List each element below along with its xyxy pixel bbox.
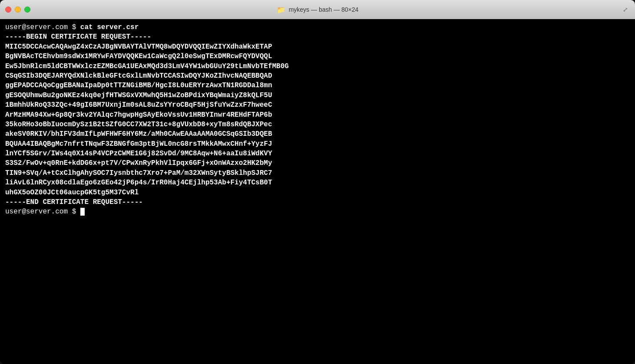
resize-icon: ⤢ — [623, 6, 628, 13]
csr-line-9: 35koRHo3oBbIuocmDySz1B2tSZfG0CC7XW2T31c+… — [5, 120, 630, 129]
traffic-lights — [5, 7, 30, 13]
csr-begin: -----BEGIN CERTIFICATE REQUEST----- — [5, 32, 630, 42]
prompt: user@server.com $ — [5, 23, 80, 31]
csr-end: -----END CERTIFICATE REQUEST----- — [5, 197, 630, 207]
terminal-window: 📁 mykeys — bash — 80×24 ⤢ user@server.co… — [0, 0, 635, 364]
window-title: 📁 mykeys — bash — 80×24 — [277, 6, 359, 14]
csr-line-7: 1BmhhUkRoQ33ZQc+49gI6BM7UxnjIm0sAL8uZsYY… — [5, 100, 630, 110]
csr-line-3: Ew5JbnRlcm5ldCBTWWxlczEZMBcGA1UEAxMQd3d3… — [5, 62, 630, 71]
csr-line-14: TIN9+SVq/A+tCxClhgAhySOC7Iysnbthc7Xro7+P… — [5, 168, 630, 178]
csr-line-6: gESOQUhmwBu2goNKEz4kq0ejfHTWSGxVXMwhQ5H1… — [5, 91, 630, 100]
csr-line-1: MIIC5DCCAcwCAQAwgZ4xCzAJBgNVBAYTAlVTMQ8w… — [5, 42, 630, 52]
command-line: user@server.com $ cat server.csr — [5, 23, 630, 32]
title-bar: 📁 mykeys — bash — 80×24 ⤢ — [0, 0, 635, 19]
csr-line-16: uhGX5oOZ00JCt06aucpGK5tg5M37CvRl — [5, 188, 630, 197]
csr-line-4: CSqGSIb3DQEJARYQdXNlckBleGFtcGxlLmNvbTCC… — [5, 71, 630, 81]
csr-line-13: S3S2/FwOv+q0RnE+kdDG6x+pt7V/CPwXnRyPkhVl… — [5, 158, 630, 168]
csr-line-8: ArMzHMA94Xw+Gp8Qr3kv2YAlqc7hgwpHgSAyEkoV… — [5, 110, 630, 120]
minimize-button[interactable] — [15, 7, 21, 13]
prompt-2: user@server.com $ — [5, 208, 80, 216]
folder-icon: 📁 — [277, 6, 285, 14]
csr-line-10: akeSV0RKIV/bhIFV3dmIfLpWFHWF6HY6Mz/aMh0C… — [5, 129, 630, 139]
csr-line-15: liAvL6lnRCyx08cdlaEgo6zGEo42jP6p4s/IrR0H… — [5, 178, 630, 187]
csr-line-5: ggEPADCCAQoCggEBANaIpaDp0tTTZNGiBMB/HgcI… — [5, 81, 630, 90]
csr-line-11: BQUAA4IBAQBgMc7nfrtTNqwF3ZBNGfGm3ptBjWL0… — [5, 139, 630, 149]
terminal-content[interactable]: user@server.com $ cat server.csr -----BE… — [0, 19, 635, 364]
command-text: cat server.csr — [80, 23, 139, 31]
cursor — [80, 208, 85, 216]
resize-button[interactable]: ⤢ — [621, 5, 630, 14]
close-button[interactable] — [5, 7, 11, 13]
prompt-line: user@server.com $ — [5, 207, 630, 216]
csr-line-12: lnYCf5SGrv/IWs4q0X14sP4VCPzCWME1G6j82SvD… — [5, 149, 630, 158]
csr-line-2: BgNVBAcTCEhvbm9sdWx1MRYwFAYDVQQKEw1CaWcg… — [5, 52, 630, 61]
maximize-button[interactable] — [24, 7, 30, 13]
